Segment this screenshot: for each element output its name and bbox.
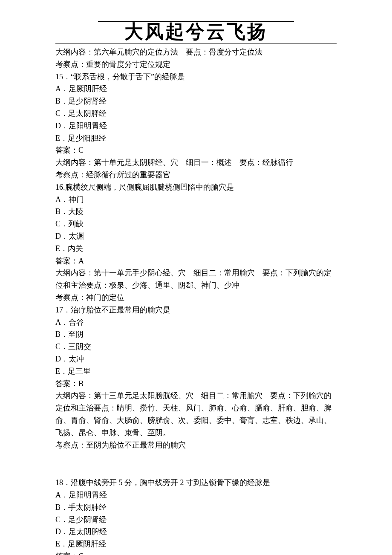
q15-answer: 答案：C <box>55 144 337 156</box>
q17-option-e: E．足三里 <box>55 365 337 378</box>
q16-stem: 16.腕横纹尺侧端，尺侧腕屈肌腱桡侧凹陷中的腧穴是 <box>55 181 337 194</box>
q16-exam-point: 考察点：神门的定位 <box>55 292 337 304</box>
blank-separator <box>55 451 337 477</box>
q16-option-b: B．大陵 <box>55 205 337 218</box>
q17-stem: 17．治疗胎位不正最常用的腧穴是 <box>55 304 337 316</box>
q15-outline: 大纲内容：第十单元足太阴脾经、穴 细目一：概述 要点：经脉循行 <box>55 156 337 169</box>
q14-exam-point: 考察点：重要的骨度分寸定位规定 <box>55 58 337 71</box>
q18-stem: 18．沿腹中线旁开 5 分，胸中线旁开 2 寸到达锁骨下缘的经脉是 <box>55 477 337 489</box>
q17-option-b: B．至阴 <box>55 328 337 341</box>
q18-option-c: C．足少阴肾经 <box>55 514 337 526</box>
q16-option-d: D．太渊 <box>55 230 337 243</box>
q15-stem: 15．“联系舌根，分散于舌下”的经脉是 <box>55 71 337 83</box>
q18-answer: 答案：C <box>55 550 337 555</box>
q18-option-b: B．手太阴肺经 <box>55 501 337 514</box>
q17-option-a: A．合谷 <box>55 316 337 329</box>
q14-outline: 大纲内容：第六单元腧穴的定位方法 要点：骨度分寸定位法 <box>55 46 337 58</box>
q18-option-d: D．足太阴脾经 <box>55 526 337 538</box>
q17-option-d: D．太冲 <box>55 353 337 365</box>
q17-exam-point: 考察点：至阴为胎位不正最常用的腧穴 <box>55 439 337 451</box>
q16-option-e: E．内关 <box>55 243 337 255</box>
q16-option-a: A．神门 <box>55 194 337 206</box>
q15-exam-point: 考察点：经脉循行所过的重要器官 <box>55 169 337 181</box>
q15-option-a: A．足厥阴肝经 <box>55 83 337 95</box>
q16-answer: 答案：A <box>55 255 337 267</box>
q16-option-c: C．列缺 <box>55 218 337 230</box>
q17-outline: 大纲内容：第十三单元足太阳膀胱经、穴 细目二：常用腧穴 要点：下列腧穴的定位和主… <box>55 390 337 439</box>
q18-option-e: E．足厥阴肝经 <box>55 538 337 550</box>
q15-option-d: D．足阳明胃经 <box>55 120 337 132</box>
header-rule-bottom <box>55 43 337 43</box>
q17-option-c: C．三阴交 <box>55 341 337 353</box>
q18-option-a: A．足阳明胃经 <box>55 489 337 501</box>
q15-option-c: C．足太阴脾经 <box>55 107 337 120</box>
q15-option-e: E．足少阳胆经 <box>55 132 337 145</box>
q16-outline: 大纲内容：第十一单元手少阴心经、穴 细目二：常用腧穴 要点：下列腧穴的定位和主治… <box>55 267 337 292</box>
header-calligraphy: 大风起兮云飞扬 <box>55 23 337 42</box>
q17-answer: 答案：B <box>55 378 337 390</box>
q15-option-b: B．足少阴肾经 <box>55 95 337 107</box>
